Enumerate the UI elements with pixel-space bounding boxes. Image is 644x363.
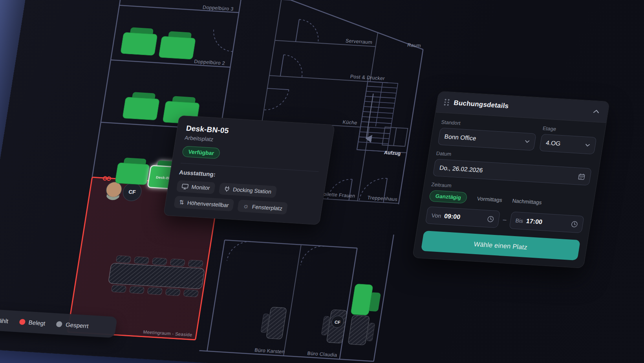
collapse-button[interactable] [591, 107, 602, 116]
room-label-buero-karsten: Büro Karsten [254, 347, 285, 355]
option-nachmittags[interactable]: Nachmittags [512, 198, 542, 205]
legend-label-gesperrt: Gesperrt [65, 321, 89, 329]
equipment-tag-docking: Docking Station [218, 183, 277, 198]
option-ganztaegig[interactable]: Ganztägig [429, 190, 468, 204]
desk-karsten[interactable] [260, 307, 287, 339]
chevron-up-icon [593, 110, 599, 114]
chevron-down-icon [585, 144, 590, 147]
room-label-aufzug: Aufzug [384, 150, 401, 156]
drag-handle-icon[interactable] [444, 99, 450, 106]
desk-tooltip: Desk-BN-05 Arbeitsplatz Verfügbar Aussta… [163, 115, 335, 225]
desk-available[interactable] [121, 27, 159, 55]
room-label-kueche: Küche [342, 119, 358, 126]
desk-available[interactable] [123, 92, 161, 120]
standort-select[interactable]: Bonn Office [437, 128, 536, 151]
window-seat-icon: ☼ [242, 203, 249, 210]
legend-label-ausgewaehlt: Ausgewählt [0, 316, 9, 324]
etage-select[interactable]: 4.OG [539, 134, 597, 154]
desk-blocked[interactable] [348, 315, 376, 345]
legend-label-belegt: Belegt [28, 319, 46, 326]
room-label-serverraum: Serverraum [345, 38, 373, 45]
booking-details-panel: Buchungsdetails Standort Bonn Office [412, 91, 610, 268]
equipment-tag-window-seat: ☼ Fensterplatz [237, 200, 288, 214]
time-to-input[interactable]: Bis 17:00 [509, 211, 584, 233]
height-adjust-icon: ⇅ [179, 199, 185, 205]
equipment-tag-monitor: Monitor [176, 180, 215, 194]
occupied-dot-icon [19, 319, 26, 325]
monitor-icon [181, 183, 189, 190]
app-canvas: Aufzug Doppelbüro 3 Doppelbüro 2 Serverr… [0, 0, 644, 363]
status-badge: Verfügbar [182, 146, 221, 159]
room-label-treppenhaus: Treppenhaus [367, 195, 397, 202]
elevator: Aufzug [381, 127, 408, 156]
equipment-tag-height-adjustable: ⇅ Höhenverstellbar [174, 196, 234, 211]
clock-icon [571, 220, 578, 227]
svg-text:CF: CF [334, 320, 341, 325]
blocked-dot-icon [56, 321, 62, 327]
desk-available[interactable] [115, 157, 150, 185]
room-label-raum: Raum [407, 42, 421, 49]
etage-label: Etage [542, 125, 598, 134]
time-from-input[interactable]: Von 09:00 [425, 206, 501, 228]
room-label-buero-claudia: Büro Claudia [307, 350, 338, 358]
option-vormittags[interactable]: Vormittags [477, 196, 503, 203]
svg-text:CF: CF [128, 189, 136, 195]
staircase [357, 81, 398, 151]
calendar-icon [578, 173, 585, 180]
docking-icon [223, 186, 230, 192]
desk-available[interactable] [351, 284, 382, 316]
choose-seat-button[interactable]: Wähle einen Platz [421, 231, 580, 260]
range-separator: – [502, 216, 507, 223]
panel-title: Buchungsdetails [453, 99, 588, 115]
chevron-down-icon [525, 140, 530, 143]
conference-table [107, 255, 206, 297]
desk-available[interactable] [159, 31, 197, 59]
clock-icon [487, 215, 495, 222]
room-label-post-drucker: Post & Drucker [350, 74, 385, 81]
